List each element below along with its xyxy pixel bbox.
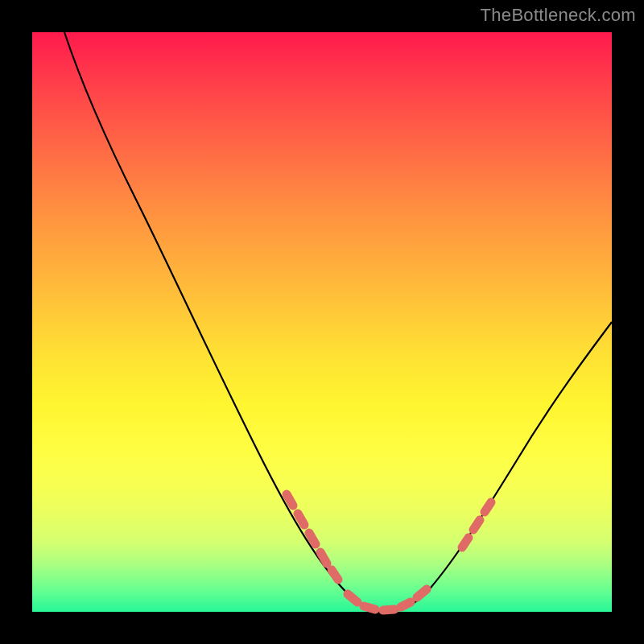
dash-seg — [298, 514, 304, 525]
dash-seg — [287, 494, 293, 506]
watermark-text: TheBottleneck.com — [481, 5, 636, 26]
dash-seg — [348, 594, 357, 602]
chart-frame: TheBottleneck.com — [0, 0, 644, 644]
dash-seg — [383, 609, 394, 610]
dash-seg — [417, 589, 427, 597]
dash-seg — [364, 606, 375, 609]
highlight-left-cluster — [287, 494, 338, 580]
dash-seg — [462, 538, 469, 547]
highlight-right-cluster — [462, 502, 491, 547]
bottleneck-curve — [64, 32, 612, 611]
dash-seg — [309, 533, 316, 544]
dash-seg — [332, 570, 338, 580]
dash-seg — [485, 502, 491, 512]
dash-seg — [473, 520, 480, 530]
dash-seg — [401, 602, 411, 607]
curve-svg — [32, 32, 612, 612]
highlight-trough-cluster — [348, 589, 427, 610]
plot-area — [32, 32, 612, 612]
dash-seg — [320, 552, 327, 564]
